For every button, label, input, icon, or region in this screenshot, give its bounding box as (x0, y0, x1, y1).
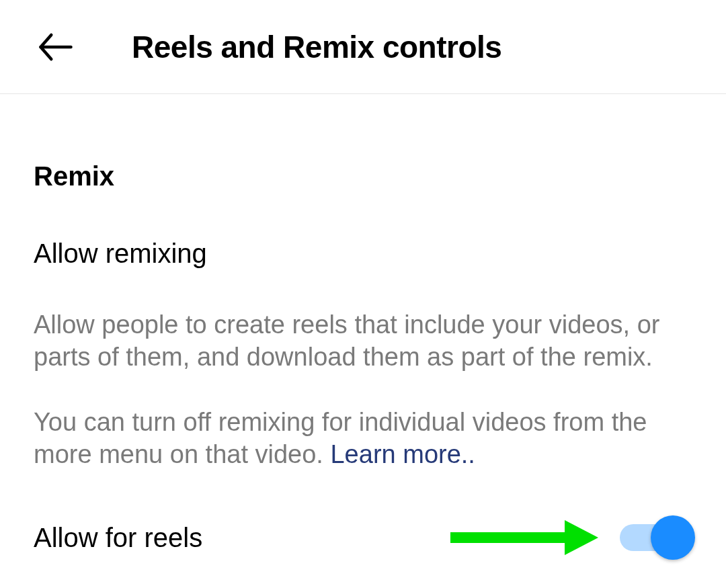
section-title-remix: Remix (34, 161, 692, 192)
content: Remix Allow remixing Allow people to cre… (0, 94, 726, 564)
annotation-arrow (450, 517, 598, 558)
svg-marker-2 (565, 520, 598, 555)
description-line-2: You can turn off remixing for individual… (34, 407, 692, 470)
learn-more-link[interactable]: Learn more.. (330, 440, 475, 468)
page-title: Reels and Remix controls (132, 29, 501, 65)
arrow-left-icon (38, 29, 74, 65)
back-button[interactable] (34, 25, 78, 69)
toggle-label-allow-for-reels: Allow for reels (34, 523, 202, 553)
description-line-1: Allow people to create reels that includ… (34, 309, 692, 373)
header: Reels and Remix controls (0, 0, 726, 94)
toggle-knob (651, 515, 695, 560)
toggle-allow-for-reels[interactable] (620, 513, 692, 562)
arrow-right-icon (450, 517, 598, 558)
toggle-row-allow-for-reels: Allow for reels (34, 511, 692, 564)
subheading-allow-remixing: Allow remixing (34, 239, 692, 269)
